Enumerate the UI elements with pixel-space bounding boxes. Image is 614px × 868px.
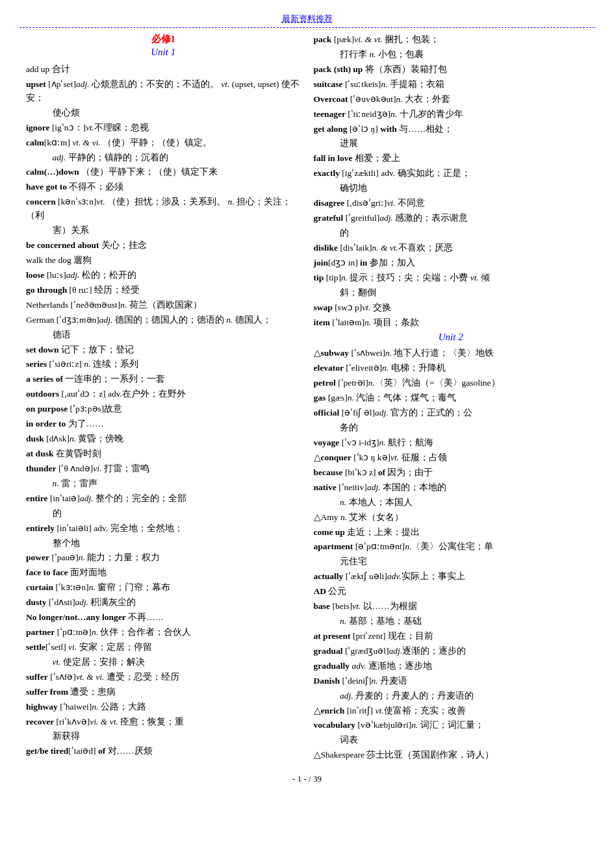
entry-gradual: gradual [ˈgrædʒuəl]adj.逐渐的；逐步的 [314, 645, 589, 658]
entry-calm-down: calm(…)down （使）平静下来；（使）镇定下来 [26, 166, 301, 179]
entry-exactly-2: 确切地 [314, 182, 589, 195]
entry-face-to-face: face to face 面对面地 [26, 566, 301, 580]
entry-petrol: petrol [ˈpetrəl]n.〈英〉汽油（=〈美〉gasoline） [314, 377, 589, 390]
entry-power: power [ˈpauə]n. 能力；力量；权力 [26, 551, 301, 565]
entry-grateful: grateful [ˈgreitful]adj. 感激的；表示谢意 [314, 212, 589, 225]
entry-native-2: n. 本地人；本国人 [314, 496, 589, 510]
entry-thunder-2: n. 雷；雷声 [26, 477, 301, 491]
entry-a-series: a series of 一连串的；一系列；一套 [26, 373, 301, 386]
entry-exactly: exactly [igˈzæktli] adv. 确实如此；正是； [314, 167, 589, 180]
entry-loose: loose [luːs]adj. 松的；松开的 [26, 269, 301, 282]
entry-because-of: because [biˈkɔ z] of 因为；由于 [314, 466, 589, 480]
entry-dislike: dislike [disˈlaik]n. & vt.不喜欢；厌恶 [314, 242, 589, 255]
entry-have-got: have got to 不得不；必须 [26, 180, 301, 194]
left-unit-title: 必修1 [26, 33, 301, 45]
entry-fall-in-love: fall in love 相爱；爱上 [314, 152, 589, 166]
entry-tip-2: 斜；翻倒 [314, 286, 589, 300]
entry-gradually: gradually adv. 逐渐地；逐步地 [314, 660, 589, 673]
entry-suitcase: suitcase [ˈsuːtkeis]n. 手提箱；衣箱 [314, 78, 589, 92]
entry-pack-up: pack (sth) up 将（东西）装箱打包 [314, 63, 589, 77]
entry-native: native [ˈneitiv]adj. 本国的；本地的 [314, 481, 589, 495]
entry-official-2: 务的 [314, 421, 589, 435]
entry-vocabulary: vocabulary [vəˈkæbjuləri]n. 词汇；词汇量； [314, 719, 589, 732]
entry-upset-2: 使心烦 [26, 106, 301, 120]
entry-enrich: △enrich [inˈritʃ] vt.使富裕；充实；改善 [314, 704, 589, 718]
entry-add-up: add up 合计 [26, 63, 301, 77]
entry-get-tired: get/be tired[ˈtaiəd] of 对……厌烦 [26, 745, 301, 758]
entry-apartment: apartment [əˈpɑːtmənt]n.〈美〉公寓住宅；单 [314, 540, 589, 554]
entry-dusty: dusty [ˈdʌsti]adj. 积满灰尘的 [26, 596, 301, 610]
entry-disagree: disagree [ˌdisəˈgriː]vi. 不同意 [314, 197, 589, 210]
entry-join-in: join[dʒɔ in] in 参加；加入 [314, 256, 589, 270]
main-columns: 必修1 Unit 1 add up 合计 upset [ʌpˈset]adj. … [19, 33, 595, 763]
entry-base: base [beis]vt. 以……为根据 [314, 600, 589, 614]
entry-set-down: set down 记下；放下；登记 [26, 343, 301, 357]
entry-actually: actually [ˈæktʃ uəli]adv.实际上；事实上 [314, 570, 589, 584]
entry-subway: △subway [ˈsʌbwei]n. 地下人行道；〈美〉地铁 [314, 347, 589, 360]
entry-in-order: in order to 为了…… [26, 417, 301, 431]
entry-concern-2: 害）关系 [26, 224, 301, 238]
left-unit-subtitle: Unit 1 [26, 47, 301, 58]
entry-conquer: △conquer [ˈkɔ ŋ kə]vt. 征服；占领 [314, 451, 589, 465]
entry-swap: swap [swɔ p]vt. 交换 [314, 301, 589, 315]
entry-thunder: thunder [ˈθ ʌndə]vi. 打雷；雷鸣 [26, 462, 301, 476]
entry-dusk: dusk [dʌsk]n. 黄昏；傍晚 [26, 432, 301, 446]
entry-settle: settle[ˈsetl] vi. 安家；定居；停留 [26, 641, 301, 654]
unit2-title: Unit 2 [314, 332, 589, 343]
entry-walk-dog: walk the dog 遛狗 [26, 254, 301, 267]
entry-on-purpose: on purpose [ˈpɜːpəs]故意 [26, 403, 301, 416]
entry-netherlands: Netherlands [ˈneðəməust]n. 荷兰（西欧国家） [26, 299, 301, 312]
entry-upset: upset [ʌpˈset]adj. 心烦意乱的；不安的；不适的。 vt. (u… [26, 78, 301, 105]
entry-get-along: get along [əˈlɔ ŋ] with 与……相处； [314, 123, 589, 136]
entry-elevator: elevator [ˈeliveitə]n. 电梯；升降机 [314, 362, 589, 375]
right-column: pack [pæk]vi. & vt. 捆扎；包装； 打行李 n. 小包；包裹 … [307, 33, 595, 763]
entry-get-along-2: 进展 [314, 137, 589, 151]
entry-vocabulary-2: 词表 [314, 734, 589, 747]
entry-amy: △Amy n. 艾米（女名） [314, 511, 589, 525]
entry-ad: AD 公元 [314, 585, 589, 599]
entry-ignore: ignore [igˈnɔ：]vt.不理睬；忽视 [26, 121, 301, 135]
entry-apartment-2: 元住宅 [314, 555, 589, 569]
entry-entire: entire [inˈtaiə]adj. 整个的；完全的；全部 [26, 492, 301, 506]
entry-recover-2: 新获得 [26, 730, 301, 743]
top-link[interactable]: 最新资料推荐 [19, 13, 595, 28]
entry-go-through: go through [θ ruː] 经历；经受 [26, 284, 301, 297]
entry-entirely: entirely [inˈtaiəli] adv. 完全地；全然地； [26, 522, 301, 536]
entry-overcoat: Overcoat [ˈəuvəkəut]n. 大衣；外套 [314, 93, 589, 106]
entry-partner: partner [ˈpɑːtnə]n. 伙伴；合作者；合伙人 [26, 626, 301, 639]
entry-gas: gas [gæs]n. 汽油；气体；煤气；毒气 [314, 391, 589, 405]
entry-official: official [əˈfiʃ əl]adj. 官方的；正式的；公 [314, 406, 589, 420]
entry-danish: Danish [ˈdeiniʃ]n. 丹麦语 [314, 675, 589, 688]
entry-suffer: suffer [ˈsʌfə]vt. & vi. 遭受；忍受；经历 [26, 671, 301, 684]
entry-come-up: come up 走近；上来；提出 [314, 526, 589, 539]
page-number: - 1 - / 39 [19, 774, 595, 784]
entry-entirely-2: 整个地 [26, 537, 301, 551]
page: 最新资料推荐 必修1 Unit 1 add up 合计 upset [ʌpˈse… [0, 0, 614, 797]
entry-pack-2: 打行李 n. 小包；包裹 [314, 48, 589, 62]
entry-concern: concern [kənˈsɜːn]vt. （使）担忧；涉及；关系到。 n. 担… [26, 195, 301, 223]
entry-entire-2: 的 [26, 507, 301, 521]
entry-german-2: 德语 [26, 329, 301, 342]
entry-at-dusk: at dusk 在黄昏时刻 [26, 447, 301, 461]
entry-german: German [ˈdʒɜːmən]adj. 德国的；德国人的；德语的 n. 德国… [26, 314, 301, 327]
entry-danish-2: adj. 丹麦的；丹麦人的；丹麦语的 [314, 689, 589, 703]
entry-pack: pack [pæk]vi. & vt. 捆扎；包装； [314, 33, 589, 47]
entry-recover: recover [riˈkʌvə]vi. & vt. 痊愈；恢复；重 [26, 715, 301, 729]
entry-outdoors: outdoors [ˌautˈdɔ：z] adv.在户外；在野外 [26, 388, 301, 401]
entry-highway: highway [ˈhaiwei]n. 公路；大路 [26, 701, 301, 714]
entry-be-concerned: be concerned about 关心；挂念 [26, 239, 301, 253]
entry-tip: tip [tip]n. 提示；技巧；尖；尖端；小费 vt. 倾 [314, 271, 589, 285]
entry-suffer-from: suffer from 遭受；患病 [26, 686, 301, 699]
entry-base-2: n. 基部；基地；基础 [314, 615, 589, 628]
left-column: 必修1 Unit 1 add up 合计 upset [ʌpˈset]adj. … [19, 33, 307, 763]
entry-no-longer: No longer/not…any longer 不再…… [26, 611, 301, 625]
entry-series: series [ˈsiəriːz] n. 连续；系列 [26, 358, 301, 371]
entry-grateful-2: 的 [314, 227, 589, 240]
entry-calm-2: adj. 平静的；镇静的；沉着的 [26, 151, 301, 165]
entry-voyage: voyage [ˈvɔ i-idʒ]n. 航行；航海 [314, 436, 589, 450]
entry-item: item [ˈlaitəm]n. 项目；条款 [314, 316, 589, 330]
entry-at-present: at present [priˈzent] 现在；目前 [314, 630, 589, 643]
entry-curtain: curtain [ˈkɜːtən]n. 窗帘；门帘；幕布 [26, 581, 301, 595]
entry-shakespeare: △Shakespeare 莎士比亚（英国剧作家，诗人） [314, 749, 589, 762]
entry-teenager: teenager [ˈtiːneidʒə]n. 十几岁的青少年 [314, 108, 589, 121]
